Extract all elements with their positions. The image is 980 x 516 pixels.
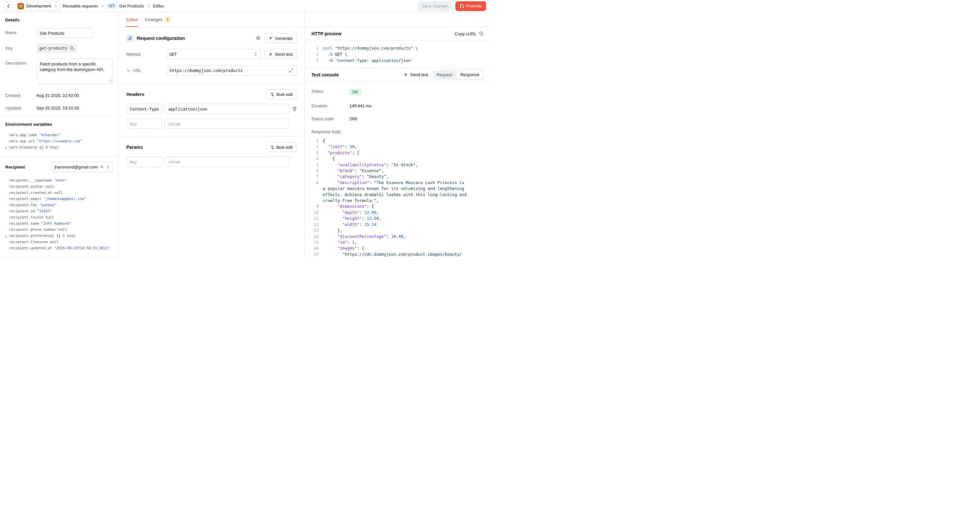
unfold-icon (254, 52, 258, 56)
name-input[interactable] (36, 28, 93, 38)
description-textarea[interactable]: Fetch products from a specific category … (36, 59, 113, 84)
params-title: Params (126, 145, 143, 150)
http-preview-panel: HTTP preview Copy cURL 1curl "https://du… (305, 12, 490, 258)
environment-breadcrumb-chip[interactable]: Development (16, 1, 60, 11)
app-window: Development Reusable requests GET Get Pr… (0, 0, 490, 258)
git-pull-request-icon (460, 4, 464, 8)
promote-button[interactable]: Promote (455, 1, 486, 11)
chevron-right-icon (54, 4, 57, 8)
expand-icon[interactable] (289, 68, 293, 73)
code-line: 15 "id": 1, (312, 239, 484, 245)
code-line: 3 -H 'Content-Type: application/json' (312, 57, 484, 64)
chevron-right-icon (100, 4, 104, 8)
property-row: recipient.updated_at "2025-09-23T14:56:3… (5, 245, 113, 251)
name-label: Name (5, 28, 36, 38)
tab-editor[interactable]: Editor (126, 12, 138, 27)
code-line: 17 "https://cdn.dummyjson.com/product-im… (312, 252, 484, 257)
url-label: URL (126, 68, 163, 73)
key-label: Key (5, 44, 36, 53)
details-section: Details Name Key get-products Descriptio… (0, 12, 118, 116)
request-configuration-section: Request configuration ⚙ Generate Method … (119, 27, 305, 83)
test-console-header: Test console Send test Request Response (305, 68, 490, 82)
code-line: 10 "depth": 22.99, (312, 210, 484, 215)
resize-grip-icon[interactable] (109, 78, 112, 83)
test-console-body: Status OK Duration 149.441 ms Status cod… (305, 82, 490, 258)
details-sidebar: Details Name Key get-products Descriptio… (0, 12, 119, 258)
save-changes-button[interactable]: Save changes (417, 1, 452, 11)
back-button[interactable] (4, 2, 13, 11)
param-key-input[interactable] (126, 156, 162, 167)
delete-header-icon[interactable] (292, 107, 297, 111)
created-value: Aug 31 2025, 22:42:00 (36, 91, 79, 98)
header-row-empty (126, 119, 297, 129)
environment-variables-list: vars.app_name "mikesdev"vars.app_url "ht… (5, 132, 113, 150)
code-line: 13 }, (312, 228, 484, 233)
environment-folder-icon (18, 3, 24, 10)
param-row-empty (126, 156, 297, 167)
duration-value: 149.441 ms (349, 104, 371, 108)
bulk-edit-icon (270, 92, 275, 97)
code-line: 3 "products": [ (312, 150, 484, 156)
actor-section: Actor Select user (0, 257, 118, 258)
request-tab[interactable]: Request (433, 70, 456, 80)
breadcrumb-request[interactable]: Get Products (119, 3, 144, 8)
response-tab[interactable]: Response (456, 70, 484, 80)
params-bulk-edit-button[interactable]: Bulk edit (266, 142, 297, 152)
recipient-select[interactable]: jhammond@gmail.com (51, 162, 113, 172)
method-label: Method (126, 52, 163, 57)
status-badge: OK (349, 89, 361, 95)
duration-label: Duration (312, 104, 349, 108)
console-send-test-button[interactable]: Send test (404, 72, 428, 77)
code-line: 4 { (312, 156, 484, 162)
updated-label: Updated (5, 104, 36, 110)
details-title: Details (5, 18, 113, 22)
headers-title: Headers (126, 92, 144, 97)
method-select[interactable]: GET (166, 49, 261, 59)
code-line: 1curl "https://dummyjson.com/products" \ (312, 45, 484, 51)
copy-icon[interactable] (70, 46, 74, 51)
unfold-icon (106, 165, 110, 169)
environment-variables-section: Environment variables vars.app_name "mik… (0, 117, 118, 156)
sparkles-icon (269, 36, 273, 40)
code-line: 1{ (312, 138, 484, 144)
header-key-input[interactable] (126, 104, 162, 114)
breadcrumb: Reusable requests GET Get Products Edito… (63, 3, 164, 9)
property-row: recipient.__typename "User" (5, 177, 113, 183)
settings-gear-icon[interactable]: ⚙ (256, 36, 260, 41)
headers-section: Headers Bulk edit (119, 84, 305, 136)
top-bar: Development Reusable requests GET Get Pr… (0, 0, 490, 12)
url-input[interactable]: https://dummyjson.com/products (166, 65, 297, 75)
http-preview-title: HTTP preview (312, 31, 341, 36)
response-body-label: Response body (312, 129, 349, 134)
expand-chevron-icon[interactable] (5, 145, 8, 152)
header-value-input[interactable] (165, 104, 290, 114)
created-label: Created (5, 91, 36, 98)
header-key-input[interactable] (126, 119, 162, 129)
property-row: recipient.timezone null (5, 239, 113, 245)
code-line: 16 "images": [ (312, 245, 484, 251)
chevron-left-icon (6, 4, 11, 8)
clear-icon[interactable] (100, 165, 104, 169)
property-row: vars.branding {} 0 keys (5, 144, 113, 150)
property-row: recipient.phone_number null (5, 226, 113, 233)
code-line: 11 "height": 13.08, (312, 215, 484, 221)
param-value-input[interactable] (165, 156, 290, 167)
key-chip: get-products (36, 44, 77, 53)
headers-bulk-edit-button[interactable]: Bulk edit (266, 89, 297, 99)
request-response-toggle: Request Response (433, 70, 484, 80)
breadcrumb-section[interactable]: Reusable requests (63, 3, 98, 8)
status-code-value: 200 (349, 116, 357, 121)
breadcrumb-project: Development (26, 3, 51, 8)
top-bar-actions: Save changes Promote (417, 1, 486, 11)
play-icon (269, 52, 273, 56)
copy-curl-button[interactable]: Copy cURL (455, 32, 484, 36)
status-label: Status (312, 89, 349, 94)
code-line: 12 "width": 15.14 (312, 222, 484, 228)
bulk-edit-icon (270, 145, 275, 150)
header-value-input[interactable] (165, 119, 290, 129)
tab-changes[interactable]: Changes 1 (145, 12, 171, 27)
generate-button[interactable]: Generate (264, 33, 297, 43)
editor-panel: Editor Changes 1 Request configuration ⚙… (119, 12, 305, 258)
property-row: recipient.locale null (5, 214, 113, 220)
send-test-button[interactable]: Send test (264, 49, 297, 59)
